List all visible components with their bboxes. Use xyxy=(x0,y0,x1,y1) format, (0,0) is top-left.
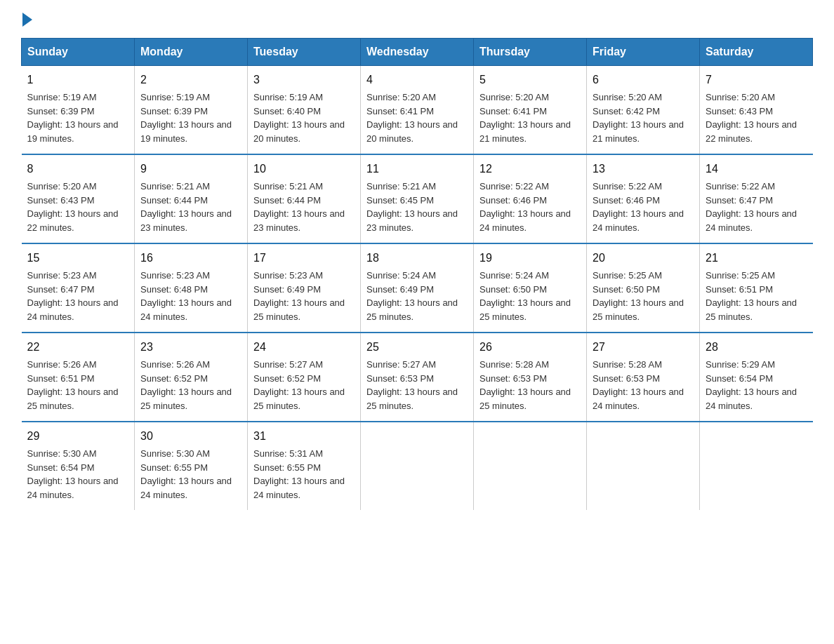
calendar-cell: 9Sunrise: 5:21 AMSunset: 6:44 PMDaylight… xyxy=(135,154,248,243)
day-info: Sunrise: 5:28 AMSunset: 6:53 PMDaylight:… xyxy=(593,358,694,412)
day-number: 8 xyxy=(27,161,129,177)
day-info: Sunrise: 5:31 AMSunset: 6:55 PMDaylight:… xyxy=(253,447,355,502)
calendar-cell: 8Sunrise: 5:20 AMSunset: 6:43 PMDaylight… xyxy=(22,154,135,243)
day-number: 27 xyxy=(593,339,694,356)
day-number: 18 xyxy=(366,250,468,267)
day-number: 20 xyxy=(593,250,694,267)
day-number: 1 xyxy=(27,72,129,88)
day-info: Sunrise: 5:21 AMSunset: 6:44 PMDaylight:… xyxy=(253,180,355,234)
calendar-cell: 6Sunrise: 5:20 AMSunset: 6:42 PMDaylight… xyxy=(587,66,700,155)
day-number: 6 xyxy=(593,72,694,88)
day-number: 3 xyxy=(253,72,355,88)
calendar-week-row: 1Sunrise: 5:19 AMSunset: 6:39 PMDaylight… xyxy=(22,66,813,155)
day-number: 29 xyxy=(27,428,129,445)
calendar-cell xyxy=(474,422,587,510)
day-number: 9 xyxy=(140,161,241,177)
calendar-cell: 13Sunrise: 5:22 AMSunset: 6:46 PMDayligh… xyxy=(587,154,700,243)
day-header-sunday: Sunday xyxy=(22,39,135,66)
day-info: Sunrise: 5:19 AMSunset: 6:39 PMDaylight:… xyxy=(27,90,129,145)
calendar-cell: 27Sunrise: 5:28 AMSunset: 6:53 PMDayligh… xyxy=(587,333,700,422)
calendar-cell: 21Sunrise: 5:25 AMSunset: 6:51 PMDayligh… xyxy=(700,243,813,333)
calendar-week-row: 29Sunrise: 5:30 AMSunset: 6:54 PMDayligh… xyxy=(22,422,813,510)
calendar-cell: 4Sunrise: 5:20 AMSunset: 6:41 PMDaylight… xyxy=(361,66,474,155)
calendar-cell: 17Sunrise: 5:23 AMSunset: 6:49 PMDayligh… xyxy=(248,243,361,333)
day-info: Sunrise: 5:30 AMSunset: 6:54 PMDaylight:… xyxy=(27,447,129,502)
day-number: 4 xyxy=(366,72,468,88)
day-number: 22 xyxy=(27,339,129,356)
day-info: Sunrise: 5:22 AMSunset: 6:46 PMDaylight:… xyxy=(593,180,694,234)
day-header-wednesday: Wednesday xyxy=(361,39,474,66)
day-number: 17 xyxy=(253,250,355,267)
day-number: 11 xyxy=(366,161,468,177)
day-info: Sunrise: 5:27 AMSunset: 6:53 PMDaylight:… xyxy=(366,358,468,412)
day-info: Sunrise: 5:28 AMSunset: 6:53 PMDaylight:… xyxy=(479,358,581,412)
calendar-cell: 5Sunrise: 5:20 AMSunset: 6:41 PMDaylight… xyxy=(474,66,587,155)
calendar-cell: 2Sunrise: 5:19 AMSunset: 6:39 PMDaylight… xyxy=(135,66,248,155)
calendar-cell: 16Sunrise: 5:23 AMSunset: 6:48 PMDayligh… xyxy=(135,243,248,333)
day-info: Sunrise: 5:20 AMSunset: 6:41 PMDaylight:… xyxy=(479,90,581,145)
calendar-cell: 25Sunrise: 5:27 AMSunset: 6:53 PMDayligh… xyxy=(361,333,474,422)
day-number: 26 xyxy=(479,339,581,356)
calendar-cell: 23Sunrise: 5:26 AMSunset: 6:52 PMDayligh… xyxy=(135,333,248,422)
calendar-cell: 15Sunrise: 5:23 AMSunset: 6:47 PMDayligh… xyxy=(22,243,135,333)
day-info: Sunrise: 5:27 AMSunset: 6:52 PMDaylight:… xyxy=(253,358,355,412)
calendar-header-row: SundayMondayTuesdayWednesdayThursdayFrid… xyxy=(22,39,813,66)
day-info: Sunrise: 5:19 AMSunset: 6:39 PMDaylight:… xyxy=(140,90,241,145)
day-info: Sunrise: 5:30 AMSunset: 6:55 PMDaylight:… xyxy=(140,447,241,502)
day-info: Sunrise: 5:21 AMSunset: 6:44 PMDaylight:… xyxy=(140,180,241,234)
calendar-cell: 28Sunrise: 5:29 AMSunset: 6:54 PMDayligh… xyxy=(700,333,813,422)
day-info: Sunrise: 5:19 AMSunset: 6:40 PMDaylight:… xyxy=(253,90,355,145)
calendar-cell: 19Sunrise: 5:24 AMSunset: 6:50 PMDayligh… xyxy=(474,243,587,333)
day-number: 31 xyxy=(253,428,355,445)
day-info: Sunrise: 5:20 AMSunset: 6:42 PMDaylight:… xyxy=(593,90,694,145)
day-info: Sunrise: 5:25 AMSunset: 6:50 PMDaylight:… xyxy=(593,269,694,323)
day-header-thursday: Thursday xyxy=(474,39,587,66)
calendar-cell: 7Sunrise: 5:20 AMSunset: 6:43 PMDaylight… xyxy=(700,66,813,155)
day-number: 23 xyxy=(140,339,241,356)
calendar-cell xyxy=(700,422,813,510)
day-number: 12 xyxy=(479,161,581,177)
day-number: 15 xyxy=(27,250,129,267)
day-info: Sunrise: 5:25 AMSunset: 6:51 PMDaylight:… xyxy=(706,269,807,323)
calendar-cell: 10Sunrise: 5:21 AMSunset: 6:44 PMDayligh… xyxy=(248,154,361,243)
calendar-week-row: 15Sunrise: 5:23 AMSunset: 6:47 PMDayligh… xyxy=(22,243,813,333)
page-header xyxy=(21,14,813,24)
calendar-cell: 31Sunrise: 5:31 AMSunset: 6:55 PMDayligh… xyxy=(248,422,361,510)
day-info: Sunrise: 5:23 AMSunset: 6:48 PMDaylight:… xyxy=(140,269,241,323)
day-number: 21 xyxy=(706,250,807,267)
calendar-cell: 12Sunrise: 5:22 AMSunset: 6:46 PMDayligh… xyxy=(474,154,587,243)
day-header-monday: Monday xyxy=(135,39,248,66)
calendar-cell: 26Sunrise: 5:28 AMSunset: 6:53 PMDayligh… xyxy=(474,333,587,422)
calendar-cell: 18Sunrise: 5:24 AMSunset: 6:49 PMDayligh… xyxy=(361,243,474,333)
day-header-tuesday: Tuesday xyxy=(248,39,361,66)
day-info: Sunrise: 5:20 AMSunset: 6:41 PMDaylight:… xyxy=(366,90,468,145)
day-number: 28 xyxy=(706,339,807,356)
day-info: Sunrise: 5:22 AMSunset: 6:46 PMDaylight:… xyxy=(479,180,581,234)
calendar-cell xyxy=(361,422,474,510)
day-header-friday: Friday xyxy=(587,39,700,66)
calendar-cell: 24Sunrise: 5:27 AMSunset: 6:52 PMDayligh… xyxy=(248,333,361,422)
calendar-cell: 1Sunrise: 5:19 AMSunset: 6:39 PMDaylight… xyxy=(22,66,135,155)
logo xyxy=(21,14,32,24)
calendar-cell: 3Sunrise: 5:19 AMSunset: 6:40 PMDaylight… xyxy=(248,66,361,155)
day-info: Sunrise: 5:23 AMSunset: 6:49 PMDaylight:… xyxy=(253,269,355,323)
day-info: Sunrise: 5:22 AMSunset: 6:47 PMDaylight:… xyxy=(706,180,807,234)
day-info: Sunrise: 5:21 AMSunset: 6:45 PMDaylight:… xyxy=(366,180,468,234)
day-info: Sunrise: 5:20 AMSunset: 6:43 PMDaylight:… xyxy=(706,90,807,145)
day-info: Sunrise: 5:26 AMSunset: 6:51 PMDaylight:… xyxy=(27,358,129,412)
day-number: 16 xyxy=(140,250,241,267)
calendar-week-row: 8Sunrise: 5:20 AMSunset: 6:43 PMDaylight… xyxy=(22,154,813,243)
day-number: 24 xyxy=(253,339,355,356)
day-number: 30 xyxy=(140,428,241,445)
day-info: Sunrise: 5:24 AMSunset: 6:49 PMDaylight:… xyxy=(366,269,468,323)
day-info: Sunrise: 5:20 AMSunset: 6:43 PMDaylight:… xyxy=(27,180,129,234)
calendar-cell xyxy=(587,422,700,510)
day-info: Sunrise: 5:23 AMSunset: 6:47 PMDaylight:… xyxy=(27,269,129,323)
day-header-saturday: Saturday xyxy=(700,39,813,66)
day-number: 25 xyxy=(366,339,468,356)
day-number: 13 xyxy=(593,161,694,177)
calendar-cell: 11Sunrise: 5:21 AMSunset: 6:45 PMDayligh… xyxy=(361,154,474,243)
day-number: 5 xyxy=(479,72,581,88)
day-info: Sunrise: 5:29 AMSunset: 6:54 PMDaylight:… xyxy=(706,358,807,412)
day-number: 19 xyxy=(479,250,581,267)
